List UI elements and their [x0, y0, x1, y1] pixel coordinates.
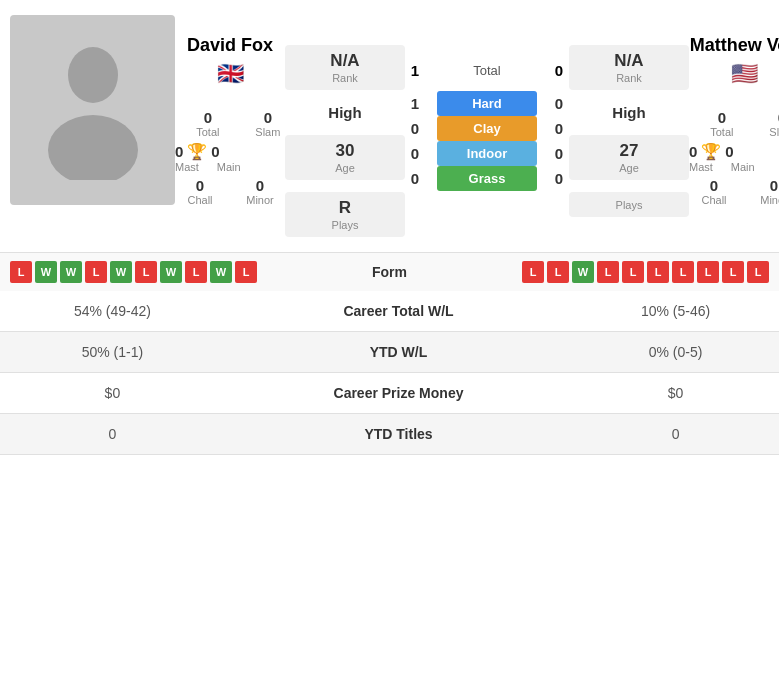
form-badge-left: W: [110, 261, 132, 283]
stat-left-value: 50% (1-1): [0, 332, 225, 373]
form-badge-left: W: [35, 261, 57, 283]
form-badge-right: L: [622, 261, 644, 283]
left-center-stats: N/A Rank High 30 Age R Plays: [285, 15, 405, 237]
stat-right-value: 10% (5-46): [572, 291, 779, 332]
right-stats: 0 Total 0 Slam 0 🏆 0 Mas: [689, 99, 779, 206]
left-high-box: High: [328, 100, 361, 121]
surface-row: 0 Indoor 0: [405, 141, 569, 166]
form-badge-left: L: [185, 261, 207, 283]
right-player-name: Matthew Vos: [690, 35, 779, 56]
left-player-name: David Fox: [187, 35, 273, 56]
left-player-photo: [10, 15, 175, 205]
left-age-box: 30 Age: [285, 135, 405, 180]
form-badge-right: L: [647, 261, 669, 283]
total-row: 1 Total 0: [405, 62, 569, 79]
right-player-flag: 🇺🇸: [731, 61, 758, 87]
form-badge-right: L: [722, 261, 744, 283]
stats-table-row: 0 YTD Titles 0: [0, 414, 779, 455]
stat-left-value: 54% (49-42): [0, 291, 225, 332]
stat-label: Career Prize Money: [225, 373, 572, 414]
left-player-info: David Fox 🇬🇧 0 Total 0 Slam 0 �: [175, 15, 285, 237]
stat-label: Career Total W/L: [225, 291, 572, 332]
form-badge-right: L: [672, 261, 694, 283]
stat-right-value: $0: [572, 373, 779, 414]
stat-right-value: 0% (0-5): [572, 332, 779, 373]
stats-table-row: 50% (1-1) YTD W/L 0% (0-5): [0, 332, 779, 373]
stat-right-value: 0: [572, 414, 779, 455]
surface-row: 1 Hard 0: [405, 91, 569, 116]
form-badge-left: L: [235, 261, 257, 283]
form-badge-left: W: [210, 261, 232, 283]
left-stat-mast: 0 🏆 0 Mast Main: [175, 142, 241, 173]
right-stat-chall: 0 Chall: [689, 177, 739, 206]
trophy-icon-left: 🏆: [187, 142, 207, 161]
right-player-info: Matthew Vos 🇺🇸 0 Total 0 Slam 0: [689, 15, 779, 237]
form-badge-right: L: [747, 261, 769, 283]
left-stat-slam: 0 Slam: [251, 109, 285, 138]
right-center-stats: N/A Rank High 27 Age Plays: [569, 15, 689, 237]
form-badges-left: LWWLWLWLWL: [10, 261, 344, 283]
stat-label: YTD Titles: [225, 414, 572, 455]
form-badges-right: LLWLLLLLLL: [436, 261, 770, 283]
form-badge-left: W: [160, 261, 182, 283]
stat-label: YTD W/L: [225, 332, 572, 373]
left-rank-box: N/A Rank: [285, 45, 405, 90]
right-stat-mast: 0 🏆 0 Mast Main: [689, 142, 755, 173]
form-badge-left: L: [135, 261, 157, 283]
form-badge-right: L: [597, 261, 619, 283]
left-stat-minor: 0 Minor: [235, 177, 285, 206]
svg-point-0: [68, 47, 118, 103]
surface-rows: 1 Hard 0 0 Clay 0 0 Indoor 0 0 Grass 0: [405, 91, 569, 191]
surface-section: 1 Total 0 1 Hard 0 0 Clay 0 0 Indoor 0 0…: [405, 15, 569, 237]
right-stat-total: 0 Total: [689, 109, 755, 138]
right-stat-minor: 0 Minor: [749, 177, 779, 206]
form-badge-right: W: [572, 261, 594, 283]
right-plays-box: Plays: [569, 192, 689, 217]
svg-point-1: [48, 115, 138, 180]
form-badge-right: L: [547, 261, 569, 283]
form-label: Form: [350, 264, 430, 280]
stats-table-row: 54% (49-42) Career Total W/L 10% (5-46): [0, 291, 779, 332]
form-section: LWWLWLWLWL Form LLWLLLLLLL: [0, 252, 779, 291]
right-age-box: 27 Age: [569, 135, 689, 180]
surface-row: 0 Grass 0: [405, 166, 569, 191]
left-player-flag: 🇬🇧: [217, 61, 244, 87]
right-high-box: High: [612, 100, 645, 121]
form-badge-left: W: [60, 261, 82, 283]
form-badge-right: L: [697, 261, 719, 283]
left-plays-box: R Plays: [285, 192, 405, 237]
trophy-icon-right: 🏆: [701, 142, 721, 161]
stat-left-value: 0: [0, 414, 225, 455]
stats-table: 54% (49-42) Career Total W/L 10% (5-46) …: [0, 291, 779, 455]
right-rank-box: N/A Rank: [569, 45, 689, 90]
form-badge-left: L: [10, 261, 32, 283]
form-badge-left: L: [85, 261, 107, 283]
form-badge-right: L: [522, 261, 544, 283]
left-stat-total: 0 Total: [175, 109, 241, 138]
left-stat-chall: 0 Chall: [175, 177, 225, 206]
main-container: David Fox 🇬🇧 0 Total 0 Slam 0 �: [0, 0, 779, 455]
players-section: David Fox 🇬🇧 0 Total 0 Slam 0 �: [0, 0, 779, 252]
stat-left-value: $0: [0, 373, 225, 414]
right-stat-slam: 0 Slam: [765, 109, 779, 138]
stats-table-row: $0 Career Prize Money $0: [0, 373, 779, 414]
surface-row: 0 Clay 0: [405, 116, 569, 141]
left-stats: 0 Total 0 Slam 0 🏆 0 Mas: [175, 99, 285, 206]
